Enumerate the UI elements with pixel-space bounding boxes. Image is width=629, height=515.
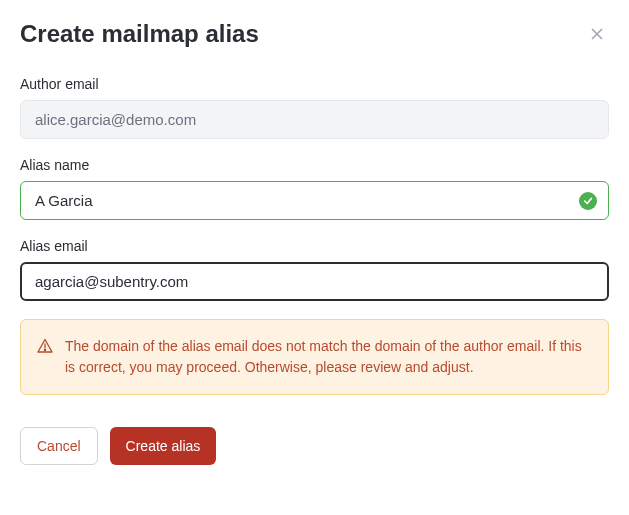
alias-name-wrapper [20,181,609,220]
svg-point-1 [44,349,45,350]
modal-footer: Cancel Create alias [20,427,609,465]
warning-message: The domain of the alias email does not m… [65,336,592,378]
modal-header: Create mailmap alias [20,20,609,48]
author-email-group: Author email [20,76,609,139]
create-alias-button[interactable]: Create alias [110,427,217,465]
author-email-label: Author email [20,76,609,92]
alias-email-label: Alias email [20,238,609,254]
alias-email-wrapper [20,262,609,301]
close-icon [589,26,605,42]
alias-email-field[interactable] [20,262,609,301]
alias-name-field[interactable] [20,181,609,220]
alias-email-group: Alias email [20,238,609,301]
cancel-button[interactable]: Cancel [20,427,98,465]
alias-name-group: Alias name [20,157,609,220]
modal-title: Create mailmap alias [20,20,259,48]
warning-box: The domain of the alias email does not m… [20,319,609,395]
alias-name-label: Alias name [20,157,609,173]
close-button[interactable] [585,22,609,46]
author-email-field [20,100,609,139]
warning-icon [37,338,53,354]
check-icon [579,192,597,210]
